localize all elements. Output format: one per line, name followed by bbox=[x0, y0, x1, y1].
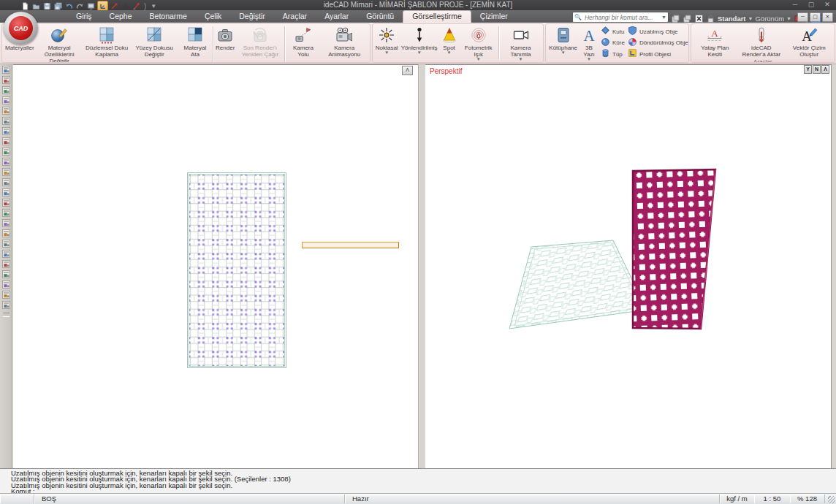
button-yönlendirilmiş[interactable]: Yönlendirilmiş▼ bbox=[400, 24, 439, 61]
viewport-window-button-y[interactable]: Y bbox=[804, 65, 812, 74]
chevron-down-icon[interactable]: ▼ bbox=[561, 51, 566, 55]
recall-render-icon bbox=[251, 25, 269, 45]
command-message-area: Uzatılmış objenin kesitini oluşturmak iç… bbox=[0, 468, 836, 493]
mdi-restore-button[interactable]: ▢ bbox=[810, 12, 821, 22]
left-tool-icon-10[interactable] bbox=[1, 157, 11, 167]
status-cell-zoom: % 128 bbox=[790, 495, 825, 503]
left-tool-icon-23[interactable] bbox=[1, 290, 11, 299]
sheet-set-icon[interactable] bbox=[671, 14, 680, 23]
left-tool-icon-13[interactable] bbox=[1, 188, 11, 197]
left-tool-icon-6[interactable] bbox=[1, 116, 11, 126]
mdi-minimize-button[interactable]: ─ bbox=[797, 12, 808, 22]
left-tool-icon-7[interactable] bbox=[1, 126, 11, 136]
button-materyal-ata[interactable]: Materyal Ata bbox=[178, 24, 212, 63]
button-idecad-render-a-aktar[interactable]: ideCAD Render'a Aktar bbox=[737, 24, 785, 58]
button-label: Küre bbox=[612, 39, 625, 46]
tab-betonarme[interactable]: Betonarme bbox=[141, 10, 196, 23]
tab-görselleştirme[interactable]: Görselleştirme bbox=[403, 10, 471, 23]
gorunum-combo[interactable]: Görünüm ▼ bbox=[755, 15, 791, 23]
left-tool-icon-5[interactable] bbox=[1, 106, 11, 115]
button-kutu[interactable]: Kutu bbox=[601, 27, 625, 37]
viewport-2d-maximize-button[interactable]: Λ bbox=[402, 66, 413, 75]
left-tool-icon-17[interactable] bbox=[1, 229, 11, 238]
left-tool-icon-22[interactable] bbox=[1, 280, 11, 289]
button-yüzey-dokusu-değiştir[interactable]: Yüzey Dokusu Değiştir bbox=[131, 24, 178, 63]
button-döndürülmüş-obje[interactable]: Döndürülmüş Obje bbox=[628, 38, 688, 47]
chevron-down-icon[interactable]: ▼ bbox=[447, 51, 452, 55]
command-search[interactable]: 🔍 ▼ bbox=[572, 12, 669, 23]
button-label: Kamera Animasyonu bbox=[322, 45, 367, 58]
viewport-perspective[interactable]: Perspektif YNΛ bbox=[425, 64, 831, 468]
search-input[interactable] bbox=[583, 13, 661, 22]
window-minimize-button[interactable]: ─ bbox=[789, 0, 801, 9]
selected-profile-shape[interactable] bbox=[302, 242, 399, 248]
button-kamera-tanımla[interactable]: Kamera Tanımla▼ bbox=[500, 24, 542, 61]
button-tüp[interactable]: Tüp bbox=[601, 50, 625, 59]
left-tool-icon-15[interactable] bbox=[1, 208, 11, 218]
resize-grip[interactable] bbox=[828, 496, 835, 503]
button-kamera-yolu[interactable]: Kamera Yolu bbox=[286, 24, 320, 63]
lock-icon[interactable] bbox=[706, 14, 715, 23]
window-close-button[interactable]: ✕ bbox=[821, 0, 833, 9]
tab-çizimler[interactable]: Çizimler bbox=[471, 10, 517, 23]
button-spot[interactable]: Spot▼ bbox=[439, 24, 460, 61]
button-kütüphane[interactable]: Kütüphane▼ bbox=[547, 24, 579, 61]
button-uzatılmış-obje[interactable]: Uzatılmış Obje bbox=[628, 27, 688, 37]
tab-cephe[interactable]: Cephe bbox=[101, 10, 141, 23]
button-düzlemsel-doku-kaplama[interactable]: Düzlemsel Doku Kaplama bbox=[83, 24, 131, 63]
button-yatay-plan-kesiti[interactable]: AYatay Plan Kesiti bbox=[693, 24, 738, 58]
flat-lattice-panel-3d[interactable] bbox=[509, 240, 647, 329]
button-küre[interactable]: Küre bbox=[601, 38, 625, 47]
lattice-pattern-drawing[interactable] bbox=[187, 172, 286, 368]
window-maximize-button[interactable]: ▢ bbox=[805, 0, 817, 9]
left-tool-icon-24[interactable] bbox=[1, 300, 11, 310]
camera-path-icon bbox=[294, 25, 312, 45]
left-tool-icon-1[interactable] bbox=[1, 65, 11, 75]
perspective-scene[interactable] bbox=[425, 65, 831, 469]
button-vektör-çizim-oluştur[interactable]: AVektör Çizim Oluştur bbox=[786, 24, 833, 58]
left-tool-icon-12[interactable] bbox=[1, 177, 11, 187]
search-dropdown-icon[interactable]: ▼ bbox=[661, 15, 666, 20]
viewport-window-button-n[interactable]: N bbox=[813, 65, 821, 74]
chevron-down-icon: ▼ bbox=[748, 16, 753, 21]
tab-değiştir[interactable]: Değiştir bbox=[230, 10, 274, 23]
tab-ayarlar[interactable]: Ayarlar bbox=[316, 10, 357, 23]
standart-combo[interactable]: Standart ▼ bbox=[718, 15, 753, 23]
button-profil-objesi[interactable]: Profil Objesi bbox=[628, 50, 688, 59]
left-tool-icon-4[interactable] bbox=[1, 96, 11, 105]
close-box-icon[interactable] bbox=[694, 14, 704, 23]
button-label: Fotometrik Işık bbox=[461, 45, 496, 58]
left-tool-icon-14[interactable] bbox=[1, 198, 11, 207]
application-menu-button[interactable]: CAD bbox=[4, 12, 38, 45]
button-fotometrik-işık[interactable]: Fotometrik Işık▼ bbox=[460, 24, 498, 61]
tab-görüntü[interactable]: Görüntü bbox=[357, 10, 403, 23]
mdi-close-button[interactable]: ✕ bbox=[822, 12, 833, 22]
button-3b-yazı[interactable]: A3B Yazı▼ bbox=[579, 24, 599, 61]
button-materyal-özelliklerini-değiştir[interactable]: Materyal Özelliklerini Değiştir bbox=[36, 24, 83, 63]
viewport-window-button-λ[interactable]: Λ bbox=[821, 65, 829, 74]
tab-araçlar[interactable]: Araçlar bbox=[274, 10, 316, 23]
left-tool-icon-11[interactable] bbox=[1, 167, 11, 177]
left-tool-icon-16[interactable] bbox=[1, 218, 11, 228]
tab-giriş[interactable]: Giriş bbox=[67, 10, 101, 23]
left-tool-icon-18[interactable] bbox=[1, 239, 11, 248]
tab-çelik[interactable]: Çelik bbox=[196, 10, 230, 23]
button-noktasal[interactable]: Noktasal▼ bbox=[374, 24, 400, 61]
left-tool-icon-21[interactable] bbox=[1, 270, 11, 279]
left-tool-icon-9[interactable] bbox=[1, 147, 11, 156]
svg-text:A: A bbox=[712, 27, 719, 38]
chevron-down-icon[interactable]: ▼ bbox=[384, 51, 389, 55]
viewport-2d[interactable]: Λ bbox=[13, 64, 418, 468]
left-tool-icon-3[interactable] bbox=[1, 85, 11, 95]
left-tool-icon-19[interactable] bbox=[1, 249, 11, 259]
toolbar-grip[interactable] bbox=[3, 313, 10, 317]
status-cell-unit: kgf / m bbox=[720, 495, 755, 503]
button-render[interactable]: Render bbox=[214, 24, 236, 63]
left-tool-icon-20[interactable] bbox=[1, 259, 11, 269]
group-label: Araçlar bbox=[691, 58, 835, 63]
layers-icon[interactable] bbox=[683, 14, 692, 23]
left-tool-icon-2[interactable] bbox=[1, 75, 11, 85]
left-tool-icon-8[interactable] bbox=[1, 137, 11, 146]
chevron-down-icon[interactable]: ▼ bbox=[417, 51, 422, 55]
button-kamera-animasyonu[interactable]: Kamera Animasyonu bbox=[321, 24, 368, 63]
